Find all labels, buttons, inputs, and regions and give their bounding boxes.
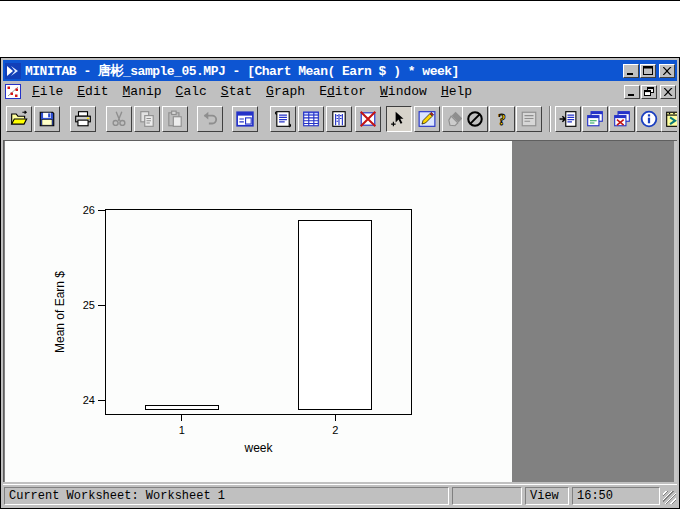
data-window-icon (302, 110, 320, 128)
minitab-window: MINITAB - 唐彬_sample_05.MPJ - [Chart Mean… (0, 57, 680, 509)
edit-item-icon (418, 110, 436, 128)
child-close-button[interactable] (660, 85, 676, 99)
maximize-button[interactable] (640, 64, 656, 78)
bar-week-2 (298, 220, 372, 410)
screen-top-edge (0, 0, 680, 1)
x-tick (335, 415, 336, 421)
select-item-button[interactable] (386, 106, 412, 132)
edit-item-button[interactable] (414, 106, 440, 132)
menu-graph[interactable]: Graph (259, 83, 312, 100)
open-project-icon (10, 110, 28, 128)
copy-button[interactable] (134, 106, 160, 132)
y-tick-label: 25 (65, 300, 95, 311)
project-manager-button[interactable] (232, 106, 258, 132)
y-tick (98, 210, 105, 211)
graph-info-icon (640, 110, 658, 128)
menu-calc[interactable]: Calc (169, 83, 214, 100)
graph-info-button[interactable] (636, 106, 662, 132)
help-icon: ? (493, 110, 511, 128)
child-minimize-button[interactable] (624, 85, 640, 99)
menu-edit[interactable]: Edit (70, 83, 115, 100)
tile-graph-windows-button[interactable] (582, 106, 608, 132)
y-tick (98, 305, 105, 306)
toolbar-separator (549, 106, 551, 132)
close-all-graphs-button[interactable] (609, 106, 635, 132)
history-button[interactable] (661, 106, 677, 132)
statguide-icon (520, 110, 538, 128)
graph-window-page: 24252612weekMean of Earn $ (5, 141, 512, 482)
status-view-panel: View (525, 487, 569, 505)
y-tick-label: 26 (65, 205, 95, 216)
mdi-right-strip (674, 141, 677, 482)
info-window-icon (330, 110, 348, 128)
cut-icon (110, 110, 128, 128)
session-window-icon (274, 110, 292, 128)
y-axis-title: Mean of Earn $ (53, 271, 67, 353)
info-window-button[interactable] (326, 106, 352, 132)
menu-window[interactable]: Window (373, 83, 434, 100)
menu-stat[interactable]: Stat (214, 83, 259, 100)
bar-week-1 (145, 405, 219, 411)
history-icon (665, 110, 677, 128)
status-blank-panel (452, 487, 522, 505)
chart: 24252612weekMean of Earn $ (5, 141, 512, 482)
x-axis-title: week (244, 441, 272, 455)
menu-bar: FileEditManipCalcStatGraphEditorWindowHe… (3, 82, 677, 101)
insert-to-session-button[interactable] (555, 106, 581, 132)
mdi-client-area: 24252612weekMean of Earn $ (3, 140, 677, 482)
menu-manip[interactable]: Manip (116, 83, 169, 100)
child-restore-button[interactable] (641, 85, 657, 99)
status-time-panel: 16:50 (572, 487, 660, 505)
status-worksheet: Current Worksheet: Worksheet 1 (4, 487, 449, 505)
title-bar[interactable]: MINITAB - 唐彬_sample_05.MPJ - [Chart Mean… (3, 60, 677, 81)
tile-graph-windows-icon (586, 110, 604, 128)
close-graph-icon (359, 110, 377, 128)
undo-icon (201, 110, 219, 128)
x-tick-label: 2 (325, 424, 345, 436)
cut-button[interactable] (106, 106, 132, 132)
print-button[interactable] (70, 106, 96, 132)
help-button[interactable]: ? (489, 106, 515, 132)
insert-to-session-icon (559, 110, 577, 128)
y-tick-label: 24 (65, 395, 95, 406)
cancel-icon (466, 110, 484, 128)
paste-icon (166, 110, 184, 128)
menu-help[interactable]: Help (434, 83, 479, 100)
x-tick-label: 1 (172, 424, 192, 436)
menu-file[interactable]: File (25, 83, 70, 100)
save-project-icon (38, 110, 56, 128)
minitab-logo-icon (5, 63, 21, 79)
window-title: MINITAB - 唐彬_sample_05.MPJ - [Chart Mean… (25, 62, 622, 80)
undo-button[interactable] (197, 106, 223, 132)
close-button[interactable] (659, 64, 675, 78)
graph-document-icon (5, 84, 21, 99)
menu-editor[interactable]: Editor (312, 83, 373, 100)
status-bar: Current Worksheet: Worksheet 1 View 16:5… (3, 484, 677, 506)
print-icon (74, 110, 92, 128)
select-item-icon (390, 110, 408, 128)
statguide-button[interactable] (516, 106, 542, 132)
cancel-button[interactable] (462, 106, 488, 132)
y-tick (98, 400, 105, 401)
close-all-graphs-icon (613, 110, 631, 128)
data-window-button[interactable] (298, 106, 324, 132)
paste-button[interactable] (162, 106, 188, 132)
minimize-button[interactable] (623, 64, 639, 78)
menu-items: FileEditManipCalcStatGraphEditorWindowHe… (25, 82, 623, 101)
open-project-button[interactable] (6, 106, 32, 132)
project-manager-icon (236, 110, 254, 128)
toolbar: ? (3, 102, 677, 138)
save-project-button[interactable] (34, 106, 60, 132)
copy-icon (138, 110, 156, 128)
x-tick (181, 415, 182, 421)
child-window-controls (623, 85, 676, 99)
resize-grip-icon[interactable] (663, 491, 676, 504)
svg-text:?: ? (498, 111, 506, 128)
close-graph-button[interactable] (355, 106, 381, 132)
session-window-button[interactable] (270, 106, 296, 132)
